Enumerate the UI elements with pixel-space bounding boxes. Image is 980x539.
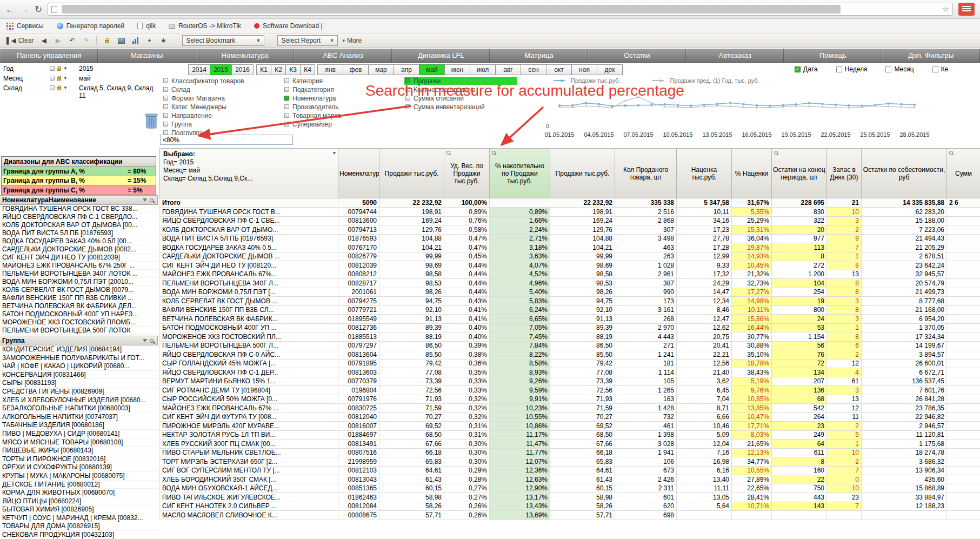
table-row[interactable]: СИГ КЕНТ ЭЙЧ ДИ НЕО ТУ [008120...0081203…: [160, 261, 980, 270]
chevron-down-icon[interactable]: ▼: [63, 76, 68, 81]
listbox-item[interactable]: Классификатор товаров: [162, 77, 275, 85]
list-item[interactable]: ВОДА МИН БОРЖОМИ 0,75Л ПЭТ [20010...: [0, 278, 158, 286]
table-row[interactable]: НЕКТАР ЗОЛОТАЯ РУСЬ 1Л ТП ВИ...018846976…: [160, 430, 980, 440]
list-item[interactable]: БЫТОВАЯ ХИМИЯ [00826905]: [0, 505, 158, 514]
bookmark-item[interactable]: Software Download |: [254, 22, 323, 30]
tab-доп-фильтры[interactable]: Доп. Фильтры: [882, 49, 980, 62]
edit-icon[interactable]: [50, 66, 55, 71]
list-item[interactable]: САРДЕЛЬКИ ДОКТОРСКИЕ ДЫМОВ [0082...: [0, 245, 158, 254]
list-item[interactable]: АЛКОГОЛЬНЫЕ НАПИТКИ [00747037]: [0, 413, 158, 422]
table-row[interactable]: КОЛБ ДОКТОРСКАЯ ВАР ОТ ДЫМО...0079471312…: [160, 225, 980, 235]
table-row[interactable]: СИГ ВОГ СУПЕРСЛИМ МЕНТОЛ ТУ [...00812103…: [160, 466, 980, 475]
tab-матрица[interactable]: Матрица: [490, 49, 588, 62]
search-icon[interactable]: [150, 198, 154, 202]
table-row[interactable]: ВАФЛИ ВЕНСКИЕ 150Г ПП ВЗБ СЛ...007797219…: [160, 305, 980, 315]
lock-icon[interactable]: [57, 68, 61, 71]
list-item[interactable]: ВАФЛИ ВЕНСКИЕ 150Г ПП ВЗБ СЛИВКИ ...: [0, 294, 158, 302]
filter-Год[interactable]: Год▼2015: [0, 64, 158, 74]
table-row[interactable]: МАЙОНЕЗ ЕЖК ПРОВАНСАЛЬ 67%...0080821298,…: [160, 270, 980, 279]
select-bookmark-dropdown[interactable]: Select Bookmark▼: [182, 35, 264, 46]
table-row[interactable]: ПЕЛЬМЕНИ ВОРОТЫНЦЕВА 340Г Л...0082871798…: [160, 279, 980, 288]
table-row[interactable]: ПЕЛЬМЕНИ ВОРОТЫНЦЕВА 500Г Л...0079729786…: [160, 341, 980, 350]
bookmark-star-icon[interactable]: ☆: [942, 4, 949, 14]
listbox-item[interactable]: Сумма инвентаризаций: [404, 103, 517, 111]
year-2015[interactable]: 2015: [210, 64, 232, 75]
search-icon[interactable]: [774, 151, 778, 155]
tab-номенклатура[interactable]: Номенклатура: [196, 49, 294, 62]
tab-abc-анализ[interactable]: ABC Анализ: [294, 49, 392, 62]
list-item[interactable]: СИГ КЕНТ ЭЙЧ ДИ НЕО ТУ [00812039]: [0, 254, 158, 262]
check-Дата[interactable]: ✓Дата: [795, 65, 818, 73]
table-row[interactable]: МАСЛО МАСЛОВЕЛ СЛИВОЧНОЕ К...0080867557,…: [160, 511, 980, 520]
layout-button[interactable]: [115, 35, 127, 46]
chevron-down-icon[interactable]: ▼: [63, 85, 68, 90]
table-row[interactable]: ВОДА МИН ОБУХОВСКАЯ-1 АЙСЕД...0085136560…: [160, 484, 980, 493]
month-дек[interactable]: дек: [597, 64, 623, 75]
favorite-button[interactable]: ★: [157, 35, 169, 46]
list-item[interactable]: КОРМА ДЛЯ ЖИВОТНЫХ [00680070]: [0, 489, 158, 497]
table-row[interactable]: ВОДА ПИТ ВИСТА 5Л ПБ [01876593]018765931…: [160, 234, 980, 243]
table-row[interactable]: ПИВО ТАГИЛЬСКОЕ ЖИГУЛЕВСКОЕ...0186246358…: [160, 493, 980, 502]
sort-icon[interactable]: [143, 198, 147, 202]
table-row[interactable]: МАЙОНЕЗ ЕЖК ПРОВАНСАЛЬ 67% ...0083072571…: [160, 404, 980, 413]
search-icon[interactable]: [492, 151, 496, 155]
lock-selections-button[interactable]: [101, 35, 113, 46]
table-row[interactable]: ХЛЕБ РУССКИЙ 300Г ПЦ СМАК [00...00813491…: [160, 440, 980, 449]
search-icon[interactable]: [150, 339, 154, 343]
edit-icon[interactable]: [50, 85, 55, 90]
month-ноя[interactable]: ноя: [571, 64, 597, 75]
table-row[interactable]: СЫР РОССИЙСКИЙ 50% МОЖГА [0...0079197671…: [160, 395, 980, 404]
month-июн[interactable]: июн: [444, 64, 470, 75]
browser-menu-button[interactable]: [958, 3, 975, 16]
month-сен[interactable]: сен: [521, 64, 546, 75]
list-item[interactable]: БЕЗАЛКОГОЛЬНЫЕ НАПИТКИ [00680003]: [0, 404, 158, 413]
list-item[interactable]: ПИВО | МЕДОВУХА | СИДР [00680141]: [0, 430, 158, 438]
add-button[interactable]: +: [143, 35, 155, 46]
column-header[interactable]: НоменклатураКод: [338, 149, 379, 198]
measure-search-input[interactable]: [160, 135, 293, 145]
list-item[interactable]: МОРОЖЕНОЕ ХКЗ ГОСТОВСКИЙ ПЛОМБ...: [0, 318, 158, 327]
month-авг[interactable]: авг: [495, 64, 521, 75]
listbox-item[interactable]: Склад: [162, 85, 275, 94]
more-button[interactable]: ▾More: [340, 35, 364, 46]
lock-icon[interactable]: [57, 87, 61, 90]
column-header[interactable]: % накопительно по Продажи тыс.руб.: [490, 149, 550, 198]
table-row[interactable]: ХЛЕБ БОРОДИНСКИЙ 350Г СМАК [...008130436…: [160, 475, 980, 484]
table-total-row[interactable]: Итого509022 232,92100,00%22 232,92335 33…: [160, 198, 980, 208]
back-icon[interactable]: ←: [5, 5, 15, 14]
tab-помощь[interactable]: Помощь: [784, 49, 882, 62]
table-row[interactable]: ТОРТ МИРЭЛЬ ЭСТЕРХАЗИ 650Г [2...21998959…: [160, 457, 980, 467]
tab-панель-управления[interactable]: Панель управления: [0, 49, 98, 62]
column-header[interactable]: Кол Проданого товара, шт: [615, 149, 677, 198]
lock-icon[interactable]: [57, 77, 61, 81]
column-header[interactable]: Продажи тыс.руб.: [550, 149, 615, 198]
search-icon[interactable]: [446, 151, 450, 155]
bookmark-item[interactable]: RouterOS -> MikroTik: [169, 22, 241, 30]
list-item[interactable]: ЧАЙ | КОФЕ | КАКАО | ЦИКОРИЙ [00680...: [0, 362, 158, 371]
redo-button[interactable]: ↷: [80, 35, 92, 46]
chevron-down-icon[interactable]: ▾: [333, 150, 336, 156]
table-row[interactable]: ПИВО СТАРЫЙ МЕЛЬНИК СВЕТЛОЕ...0080751666…: [160, 448, 980, 457]
list-item[interactable]: ХЛЕБ И ХЛЕБОБУЛОЧНЫЕ ИЗДЕЛИЯ [00680...: [0, 396, 158, 405]
month-окт[interactable]: окт: [546, 64, 572, 75]
current-selections-box[interactable]: Выбрано:Год= 2015Месяц= майСклад= Склад …: [160, 149, 338, 198]
check-Ке[interactable]: Ке: [932, 65, 949, 73]
listbox-item[interactable]: Производитель: [283, 103, 396, 111]
chevron-down-icon[interactable]: ▼: [63, 66, 68, 71]
bookmark-item[interactable]: Генератор паролей: [57, 22, 124, 30]
list-item[interactable]: ЯЙЦО ПТИЦЫ [00680224]: [0, 497, 158, 506]
month-июл[interactable]: июл: [470, 64, 496, 75]
listbox-item[interactable]: Супервайзер: [283, 120, 396, 128]
clear-button[interactable]: ▌◀Clear: [4, 35, 36, 46]
group-list-header[interactable]: Группа: [0, 336, 158, 345]
column-header[interactable]: Уд. Вес. по Продажи тыс.руб.: [444, 149, 490, 198]
month-янв[interactable]: янв: [317, 64, 343, 75]
back-step-button[interactable]: ◀: [38, 35, 50, 46]
tab-автозаказ[interactable]: Автозаказ: [686, 49, 784, 62]
table-row[interactable]: КОЛБ СЕРВЕЛАТ ВК ГОСТ ДЫМОВ ...007942759…: [160, 297, 980, 306]
listbox-item[interactable]: Катег. Менеджеры: [162, 103, 275, 111]
tab-магазины[interactable]: Магазины: [98, 49, 196, 62]
list-item[interactable]: ПЕЛЬМЕНИ ВОРОТЫНЦЕВА 500Г ЛОТОК: [0, 327, 158, 335]
column-header[interactable]: Продажи тыс.руб.: [379, 149, 444, 198]
year-2014[interactable]: 2014: [188, 64, 210, 75]
